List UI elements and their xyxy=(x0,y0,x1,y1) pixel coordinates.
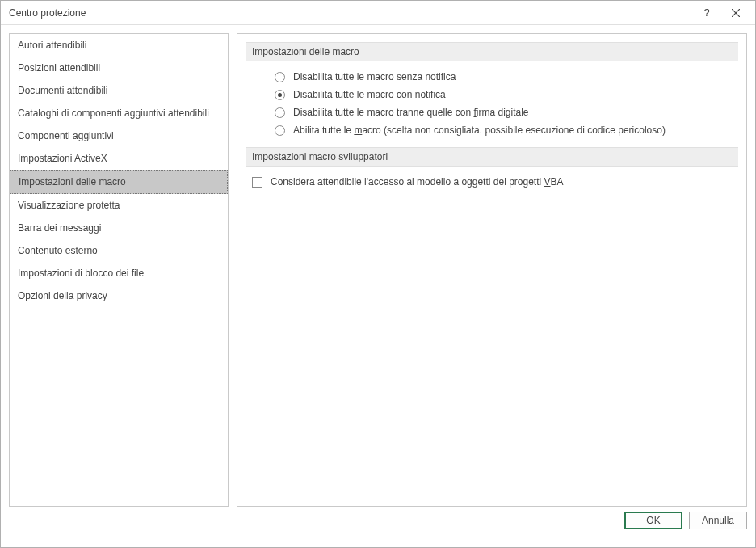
section-heading-developer-macro: Impostazioni macro sviluppatori xyxy=(246,147,738,167)
sidebar-item-cataloghi-componenti-aggiuntivi[interactable]: Cataloghi di componenti aggiuntivi atten… xyxy=(10,102,228,124)
sidebar-item-contenuto-esterno[interactable]: Contenuto esterno xyxy=(10,239,228,262)
sidebar-item-autori-attendibili[interactable]: Autori attendibili xyxy=(10,34,228,57)
sidebar-item-label: Visualizzazione protetta xyxy=(18,200,120,211)
sidebar-item-documenti-attendibili[interactable]: Documenti attendibili xyxy=(10,79,228,102)
radio-label: Abilita tutte le macro (scelta non consi… xyxy=(293,124,666,136)
macro-settings-radio-group: Disabilita tutte le macro senza notifica… xyxy=(275,71,738,136)
sidebar-item-label: Impostazioni delle macro xyxy=(19,176,126,188)
radio-label: Disabilita tutte le macro senza notifica xyxy=(293,71,456,82)
radio-enable-all[interactable]: Abilita tutte le macro (scelta non consi… xyxy=(275,124,738,136)
sidebar-item-label: Contenuto esterno xyxy=(18,245,98,256)
radio-label: Disabilita tutte le macro con notifica xyxy=(293,89,446,100)
checkbox-label: Considera attendibile l'accesso al model… xyxy=(271,176,564,188)
radio-label: Disabilita tutte le macro tranne quelle … xyxy=(293,107,529,118)
sidebar-item-impostazioni-activex[interactable]: Impostazioni ActiveX xyxy=(10,147,228,170)
close-button[interactable] xyxy=(721,2,750,24)
main-panel: Impostazioni delle macro Disabilita tutt… xyxy=(237,33,747,507)
help-button[interactable]: ? xyxy=(692,2,721,24)
sidebar-item-label: Documenti attendibili xyxy=(18,85,107,96)
radio-disable-except-signed[interactable]: Disabilita tutte le macro tranne quelle … xyxy=(275,107,738,118)
radio-icon xyxy=(275,107,285,118)
sidebar-item-label: Impostazioni di blocco dei file xyxy=(18,268,144,279)
section-heading-macro-settings: Impostazioni delle macro xyxy=(246,42,738,61)
developer-settings-area: Considera attendibile l'accesso al model… xyxy=(252,176,738,188)
sidebar-item-visualizzazione-protetta[interactable]: Visualizzazione protetta xyxy=(10,194,228,217)
cancel-button-label: Annulla xyxy=(702,515,734,526)
sidebar-item-label: Autori attendibili xyxy=(18,40,86,51)
sidebar-item-impostazioni-macro[interactable]: Impostazioni delle macro xyxy=(10,170,228,194)
content-area: Autori attendibili Posizioni attendibili… xyxy=(1,25,755,512)
sidebar-item-componenti-aggiuntivi[interactable]: Componenti aggiuntivi xyxy=(10,124,228,147)
checkbox-icon xyxy=(252,177,262,188)
sidebar-item-label: Cataloghi di componenti aggiuntivi atten… xyxy=(18,107,209,119)
radio-icon xyxy=(275,72,285,82)
sidebar-item-barra-messaggi[interactable]: Barra dei messaggi xyxy=(10,217,228,239)
sidebar-item-label: Posizioni attendibili xyxy=(18,62,100,74)
titlebar: Centro protezione ? xyxy=(1,1,755,25)
sidebar: Autori attendibili Posizioni attendibili… xyxy=(9,33,229,507)
radio-icon xyxy=(275,125,285,136)
dialog-footer: OK Annulla xyxy=(1,512,755,537)
sidebar-item-opzioni-privacy[interactable]: Opzioni della privacy xyxy=(10,285,228,307)
cancel-button[interactable]: Annulla xyxy=(689,512,747,529)
radio-disable-with-notify[interactable]: Disabilita tutte le macro con notifica xyxy=(275,89,738,100)
radio-disable-no-notify[interactable]: Disabilita tutte le macro senza notifica xyxy=(275,71,738,82)
sidebar-item-label: Componenti aggiuntivi xyxy=(18,130,114,141)
close-icon xyxy=(732,9,740,17)
checkbox-trust-vba-access[interactable]: Considera attendibile l'accesso al model… xyxy=(252,176,738,188)
sidebar-item-label: Impostazioni ActiveX xyxy=(18,153,107,164)
sidebar-item-label: Opzioni della privacy xyxy=(18,290,107,301)
sidebar-item-blocco-file[interactable]: Impostazioni di blocco dei file xyxy=(10,262,228,285)
radio-icon xyxy=(275,90,285,100)
ok-button-label: OK xyxy=(646,515,660,526)
sidebar-item-posizioni-attendibili[interactable]: Posizioni attendibili xyxy=(10,57,228,79)
window-title: Centro protezione xyxy=(9,7,692,19)
ok-button[interactable]: OK xyxy=(624,512,682,529)
sidebar-item-label: Barra dei messaggi xyxy=(18,222,101,234)
